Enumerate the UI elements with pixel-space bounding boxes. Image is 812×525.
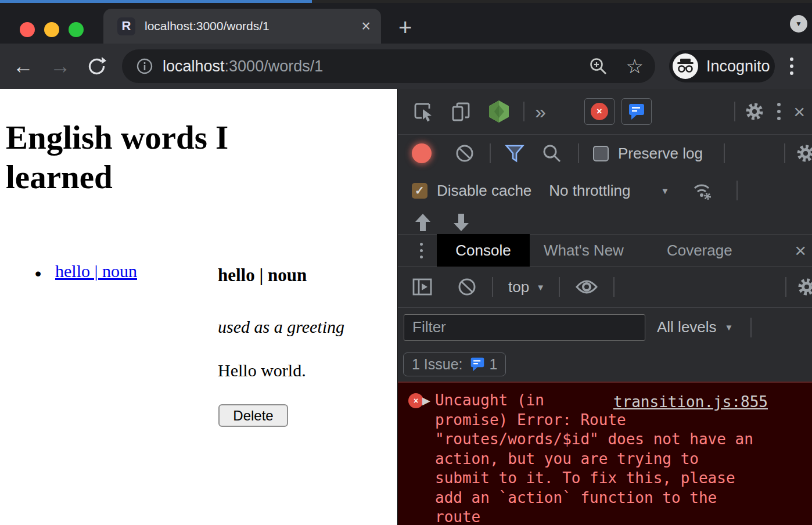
drawer-close-icon[interactable]: ×: [795, 240, 806, 260]
browser-tab[interactable]: R localhost:3000/words/1 ×: [103, 9, 381, 44]
window-zoom-button[interactable]: [69, 22, 84, 37]
bookmark-star-icon[interactable]: ☆: [626, 56, 644, 76]
more-panels-icon[interactable]: »: [535, 100, 546, 123]
record-network-log-button[interactable]: [412, 143, 432, 163]
preserve-log-checkbox[interactable]: [593, 146, 609, 161]
devtools-panel: » × ×: [397, 89, 812, 525]
issues-button[interactable]: [621, 98, 652, 125]
url-text[interactable]: localhost:3000/words/1: [163, 57, 589, 75]
tab-close-icon[interactable]: ×: [361, 19, 371, 34]
toolbar-separator: [490, 143, 491, 163]
drawer-menu-button[interactable]: [420, 243, 423, 258]
tab-coverage[interactable]: Coverage: [667, 242, 732, 260]
console-toolbar: top ▼: [398, 267, 812, 308]
console-settings-gear-icon[interactable]: [797, 277, 812, 297]
tab-console[interactable]: Console: [437, 234, 530, 267]
inspect-element-icon[interactable]: [412, 100, 434, 123]
url-path: :3000/words/1: [225, 57, 324, 75]
tab-title: localhost:3000/words/1: [145, 19, 361, 33]
export-har-icon[interactable]: [452, 213, 470, 233]
reload-icon: [86, 56, 107, 77]
toolbar-separator: [492, 277, 493, 297]
new-tab-button[interactable]: +: [398, 16, 412, 39]
url-bar[interactable]: localhost:3000/words/1 ☆: [122, 49, 655, 83]
error-message-text: Uncaught (in promise) Error: Route "rout…: [435, 391, 784, 525]
toolbar-separator: [578, 143, 579, 163]
web-page: English words I learned • hello | noun h…: [0, 89, 397, 525]
list-bullet: •: [35, 263, 41, 285]
tab-whats-new[interactable]: What's New: [544, 242, 624, 260]
issue-counter-button[interactable]: 1 Issue: 1: [403, 353, 506, 376]
browser-menu-button[interactable]: [790, 57, 793, 75]
incognito-label: Incognito: [706, 57, 770, 75]
throttling-select[interactable]: No throttling: [549, 182, 630, 200]
error-badge-icon: ×: [591, 103, 608, 120]
settings-gear-icon[interactable]: [745, 102, 764, 121]
toolbar-separator: [785, 277, 786, 297]
remix-favicon-icon: R: [117, 17, 135, 35]
tab-search-button[interactable]: ▼: [790, 15, 807, 33]
toolbar-separator: [559, 277, 560, 297]
drawer-tab-bar: Console What's New Coverage ×: [398, 234, 812, 267]
devtools-close-icon[interactable]: ×: [793, 102, 805, 121]
node-devtools-icon[interactable]: [487, 99, 511, 124]
delete-button[interactable]: Delete: [218, 404, 288, 427]
issue-label: 1 Issue:: [412, 356, 463, 373]
word-detail-title: hello | noun: [218, 265, 307, 286]
console-error-message[interactable]: × ▶ Uncaught (in promise) Error: Route "…: [398, 382, 812, 525]
toolbar-separator: [736, 181, 738, 200]
toolbar-separator: [750, 318, 752, 337]
log-levels-select[interactable]: All levels: [657, 318, 717, 336]
window-minimize-button[interactable]: [44, 22, 59, 37]
toolbar-separator: [523, 102, 524, 121]
context-selector[interactable]: top: [508, 278, 529, 296]
incognito-badge: Incognito: [669, 50, 775, 82]
word-link[interactable]: hello | noun: [55, 261, 137, 281]
device-toolbar-icon[interactable]: [450, 100, 472, 123]
error-count-button[interactable]: ×: [584, 98, 615, 125]
issues-bar: 1 Issue: 1: [398, 347, 812, 382]
filter-input[interactable]: [404, 314, 645, 341]
disable-cache-label[interactable]: Disable cache: [437, 182, 531, 200]
toolbar-separator: [734, 102, 735, 121]
throttling-dropdown-icon[interactable]: ▼: [661, 186, 670, 196]
incognito-icon: [673, 53, 698, 79]
toolbar-separator: [613, 277, 615, 297]
clear-network-icon[interactable]: [455, 143, 475, 163]
word-definition: used as a greeting: [218, 317, 344, 337]
levels-dropdown-icon[interactable]: ▼: [725, 322, 734, 332]
console-filter-row: All levels ▼: [398, 308, 812, 347]
url-host: localhost: [163, 57, 225, 75]
back-button[interactable]: ←: [13, 56, 34, 77]
filter-funnel-icon[interactable]: [505, 144, 524, 163]
disable-cache-checkbox[interactable]: ✓: [412, 183, 427, 199]
console-sidebar-icon[interactable]: [412, 276, 433, 297]
devtools-menu-button[interactable]: [777, 103, 781, 120]
forward-button[interactable]: →: [50, 56, 71, 77]
import-har-icon[interactable]: [414, 213, 432, 233]
zoom-icon[interactable]: [589, 57, 608, 75]
issues-chat-icon: [628, 103, 645, 120]
error-source-link[interactable]: transition.js:855: [613, 393, 768, 411]
reload-button[interactable]: [86, 56, 107, 77]
browser-toolbar: ← → localhost:3000/words/1 ☆: [0, 44, 812, 89]
browser-tab-strip: R localhost:3000/words/1 × + ▼: [0, 3, 812, 44]
error-level-icon: ×: [408, 393, 423, 408]
site-info-icon[interactable]: [136, 57, 153, 75]
live-expression-eye-icon[interactable]: [575, 278, 598, 296]
page-title: English words I learned: [6, 118, 296, 197]
search-icon[interactable]: [542, 143, 562, 163]
preserve-log-label[interactable]: Preserve log: [618, 145, 703, 163]
network-toolbar: Preserve log: [398, 135, 812, 172]
har-import-export-row: [398, 209, 812, 234]
issue-chat-icon: [470, 357, 485, 372]
devtools-main-toolbar: » × ×: [398, 89, 812, 135]
network-conditions-row: ✓ Disable cache No throttling ▼: [398, 172, 812, 209]
context-dropdown-icon[interactable]: ▼: [536, 282, 545, 292]
expand-error-icon[interactable]: ▶: [422, 394, 430, 407]
clear-console-icon[interactable]: [457, 277, 477, 297]
network-settings-gear-icon[interactable]: [796, 143, 812, 163]
window-close-button[interactable]: [20, 22, 35, 37]
toolbar-separator: [724, 143, 725, 163]
network-conditions-icon[interactable]: [690, 180, 713, 201]
